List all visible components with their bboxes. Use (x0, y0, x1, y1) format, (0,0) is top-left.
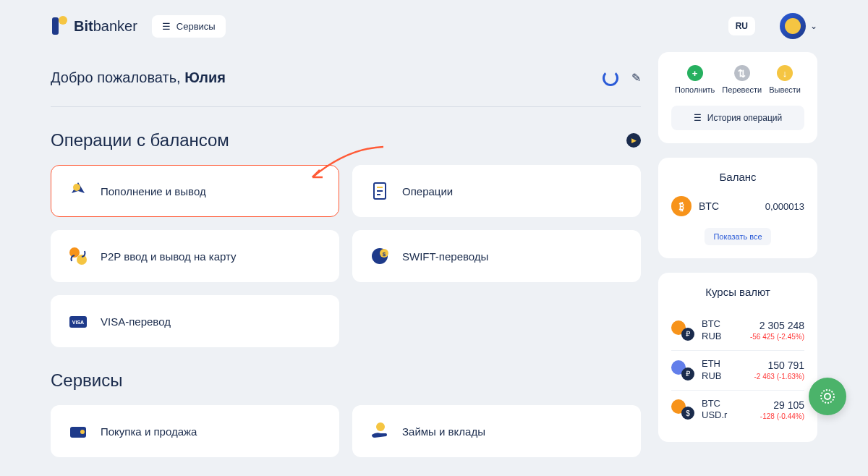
rate-row[interactable]: ₽BTCRUB2 305 248-56 425 (-2.45%) (671, 311, 804, 351)
rate-row[interactable]: ₽ETHRUB150 791-2 463 (-1.63%) (671, 351, 804, 391)
card-deposit-withdraw[interactable]: Пополнение и вывод (51, 165, 339, 217)
svg-point-2 (73, 184, 80, 191)
svg-text:$: $ (383, 251, 386, 258)
balance-row[interactable]: ₿ BTC 0,000013 (671, 196, 804, 216)
balance-card: Баланс ₿ BTC 0,000013 Показать все (658, 158, 817, 258)
card-label: P2P ввод и вывод на карту (101, 250, 237, 263)
rate-change: -128 (-0.44%) (760, 412, 804, 421)
svg-text:VISA: VISA (72, 320, 84, 325)
balance-title: Баланс (671, 171, 804, 183)
card-label: VISA-перевод (101, 315, 171, 328)
card-loans[interactable]: Займы и вклады (352, 405, 641, 457)
svg-point-18 (825, 394, 830, 399)
section-balance-ops-title: Операции с балансом (51, 130, 229, 150)
hand-coin-icon (369, 420, 391, 442)
welcome-text: Добро пожаловать, Юлия (51, 69, 226, 86)
show-all-button[interactable]: Показать все (705, 228, 770, 245)
menu-icon: ☰ (162, 21, 171, 32)
rate-change: -2 463 (-1.63%) (754, 372, 804, 381)
svg-point-16 (376, 422, 385, 431)
list-icon: ☰ (694, 113, 702, 123)
arrow-down-icon: ↓ (777, 65, 793, 81)
chat-fab[interactable] (809, 378, 846, 415)
card-operations[interactable]: Операции (352, 165, 641, 217)
btc-icon: ₿ (671, 196, 692, 216)
rate-price: 29 105 (773, 399, 804, 412)
rate-price: 150 791 (767, 359, 804, 372)
card-swift[interactable]: $ SWIFT-переводы (352, 230, 641, 282)
card-label: Покупка и продажа (101, 425, 197, 438)
swift-icon: $ (369, 245, 391, 267)
rate-pair: ETHRUB (702, 358, 747, 383)
svg-point-15 (80, 430, 85, 434)
play-icon[interactable]: ▶ (626, 133, 641, 148)
rates-card: Курсы валют ₽BTCRUB2 305 248-56 425 (-2.… (658, 273, 817, 442)
balance-value: 0,000013 (765, 201, 804, 212)
qa-deposit[interactable]: + Пополнить (675, 65, 715, 94)
user-menu[interactable]: ⌄ (780, 13, 817, 39)
card-label: Пополнение и вывод (101, 185, 206, 197)
services-button[interactable]: ☰ Сервисы (152, 15, 226, 38)
card-buy-sell[interactable]: Покупка и продажа (51, 405, 339, 457)
chat-icon (818, 387, 837, 406)
svg-point-0 (59, 16, 67, 25)
document-icon (369, 180, 391, 202)
chevron-down-icon: ⌄ (810, 21, 817, 31)
rate-pair: BTCUSD.r (702, 398, 753, 422)
card-p2p[interactable]: P2P ввод и вывод на карту (51, 230, 339, 282)
card-visa[interactable]: VISA VISA-перевод (51, 295, 339, 347)
exchange-icon (67, 245, 89, 267)
services-label: Сервисы (176, 21, 216, 32)
rate-row[interactable]: $BTCUSD.r29 105-128 (-0.44%) (671, 391, 804, 430)
plus-icon: + (687, 65, 703, 81)
quick-actions-card: + Пополнить ⇅ Перевести ↓ Вывести ☰ Исто… (658, 52, 817, 143)
rates-title: Курсы валют (671, 286, 804, 298)
pair-icon: ₽ (671, 360, 694, 381)
history-button[interactable]: ☰ История операций (671, 106, 804, 130)
card-label: Займы и вклады (402, 425, 485, 438)
logo-icon (51, 16, 68, 36)
pair-icon: ₽ (671, 320, 694, 341)
wallet-icon (67, 420, 89, 442)
qa-withdraw[interactable]: ↓ Вывести (769, 65, 801, 94)
language-button[interactable]: RU (728, 17, 755, 35)
balance-symbol: BTC (699, 200, 758, 212)
svg-point-17 (821, 390, 834, 403)
rate-price: 2 305 248 (760, 319, 804, 332)
rocket-icon (67, 180, 89, 202)
svg-rect-1 (52, 17, 59, 35)
logo[interactable]: Bitbanker (51, 16, 137, 36)
swap-icon: ⇅ (734, 65, 750, 81)
qa-label: Пополнить (675, 85, 715, 94)
edit-icon[interactable]: ✎ (631, 71, 641, 85)
card-label: Операции (402, 185, 453, 197)
visa-icon: VISA (67, 310, 89, 332)
section-services-title: Сервисы (51, 370, 122, 391)
qa-label: Вывести (769, 85, 801, 94)
qa-transfer[interactable]: ⇅ Перевести (722, 65, 762, 94)
pair-icon: $ (671, 399, 694, 420)
logo-text: Bitbanker (74, 18, 137, 35)
history-label: История операций (707, 113, 782, 123)
rate-change: -56 425 (-2.45%) (750, 332, 804, 341)
rate-pair: BTCRUB (702, 318, 743, 343)
card-label: SWIFT-переводы (402, 250, 488, 263)
qa-label: Перевести (722, 85, 762, 94)
avatar (780, 13, 806, 39)
loading-spinner-icon (603, 70, 618, 86)
